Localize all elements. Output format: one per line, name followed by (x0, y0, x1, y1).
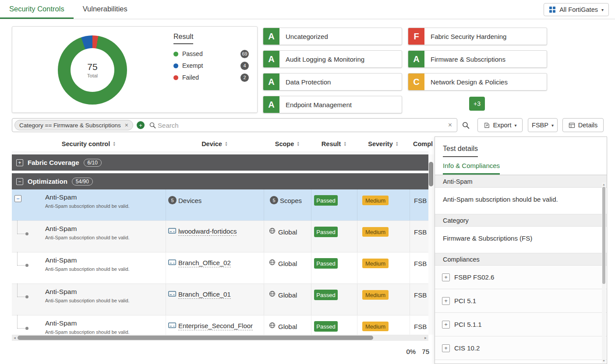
column-header-security-control[interactable]: Security control ▲▼ (12, 136, 166, 152)
sort-icon[interactable]: ▲▼ (113, 141, 116, 147)
grade-badge: C (408, 74, 424, 90)
column-header-scope[interactable]: Scope ▲▼ (264, 136, 311, 152)
table-row-device[interactable]: Anti-Spam Anti-Spam subscription should … (12, 221, 428, 252)
table-row-device[interactable]: Anti-Spam Anti-Spam subscription should … (12, 315, 428, 335)
column-header-device[interactable]: Device ▲▼ (166, 136, 264, 152)
group-row-optimization[interactable]: − Optimization 54/90 (12, 173, 428, 189)
category-card-uncategorized[interactable]: A Uncategorized (263, 28, 402, 45)
table-body: − Anti-Spam Anti-Spam subscription shoul… (12, 189, 428, 335)
compliance-row-cis-10-2[interactable]: + CIS 10.2 (435, 336, 607, 360)
compliance-cell: FSB (414, 197, 427, 204)
tab-label: Vulnerabilities (83, 5, 127, 13)
sort-icon[interactable]: ▲▼ (396, 141, 399, 147)
tree-bullet (25, 295, 28, 298)
tree-connector (17, 284, 27, 297)
search-input[interactable] (158, 122, 448, 129)
sort-icon[interactable]: ▲▼ (225, 141, 228, 147)
compliance-row-fsbp[interactable]: + FSBP FS02.6 (435, 266, 607, 289)
legend-items: Passed 69 Exempt 4 Failed 2 (173, 49, 249, 82)
count-badge: 4 (240, 62, 249, 70)
filter-chip-label: Category == Firmware & Subscriptions (19, 122, 121, 129)
device-selector-label: All FortiGates (559, 6, 598, 13)
device-count-badge: 5 (168, 196, 177, 204)
scroll-left-icon[interactable]: ◂ (12, 335, 18, 341)
compliance-preset-dropdown[interactable]: FSBP ▾ (528, 118, 558, 132)
sort-icon[interactable]: ▲▼ (297, 141, 300, 147)
test-details-panel: Test details Info & Compliances Anti-Spa… (435, 136, 607, 364)
fortigate-fabric-icon (549, 6, 556, 13)
tab-info-compliances[interactable]: Info & Compliances (443, 162, 500, 175)
device-link[interactable]: Branch_Office_01 (178, 290, 231, 299)
result-legend: Result Passed 69 Exempt 4 Failed 2 (173, 33, 249, 82)
horizontal-scrollbar-thumb[interactable] (18, 336, 373, 340)
category-card-firmware-subscriptions[interactable]: A Firmware & Subscriptions (408, 50, 547, 68)
expand-icon[interactable]: + (16, 159, 23, 166)
tree-connector (17, 220, 27, 234)
count-badge: 69 (240, 50, 249, 58)
column-header-result[interactable]: Result ▲▼ (311, 136, 357, 152)
result-badge: Passed (314, 290, 338, 300)
fortigate-device-icon (168, 291, 176, 297)
chevron-down-icon: ▾ (551, 123, 554, 128)
tab-vulnerabilities[interactable]: Vulnerabilities (74, 0, 137, 19)
table-footer-progress: 0% 75 (385, 348, 429, 355)
category-card-endpoint-management[interactable]: A Endpoint Management (263, 96, 402, 113)
collapse-icon[interactable]: − (16, 178, 23, 185)
device-link[interactable]: lwoodward-fortidocs (178, 228, 237, 236)
expand-icon[interactable]: + (442, 297, 450, 305)
scroll-up-icon[interactable]: ▲ (602, 183, 606, 186)
export-button[interactable]: Export ▾ (477, 118, 523, 132)
sort-icon[interactable]: ▲▼ (343, 141, 346, 147)
all-fortigates-selector[interactable]: All FortiGates ▾ (544, 3, 609, 16)
category-card-network-design[interactable]: C Network Design & Policies (408, 73, 547, 91)
row-checkbox[interactable]: − (14, 195, 21, 202)
compliance-row-pci-5-1[interactable]: + PCI 5.1 (435, 289, 607, 313)
details-grid-icon (569, 122, 575, 129)
legend-item-exempt[interactable]: Exempt 4 (173, 61, 249, 70)
filter-chip[interactable]: Category == Firmware & Subscriptions × (14, 120, 133, 130)
remove-filter-icon[interactable]: × (125, 122, 128, 129)
vertical-scrollbar[interactable] (428, 154, 434, 335)
device-link[interactable]: Enterprise_Second_Floor (178, 322, 253, 330)
column-header-severity[interactable]: Severity ▲▼ (357, 136, 410, 152)
compliance-cell: FSB (414, 260, 427, 267)
more-categories-button[interactable]: +3 (469, 97, 485, 111)
expand-icon[interactable]: + (442, 273, 450, 281)
column-header-compliance[interactable]: Compl ▲▼ (410, 136, 435, 152)
progress-percent: 0% (406, 348, 416, 355)
table-row-antispam-summary[interactable]: − Anti-Spam Anti-Spam subscription shoul… (12, 189, 428, 221)
category-card-audit-logging[interactable]: A Audit Logging & Monitoring (263, 50, 402, 68)
panel-scrollbar-thumb[interactable] (602, 187, 605, 284)
search-filter-bar[interactable]: Category == Firmware & Subscriptions × +… (12, 118, 457, 132)
tab-security-controls[interactable]: Security Controls (0, 0, 74, 19)
table-row-device[interactable]: Anti-Spam Anti-Spam subscription should … (12, 252, 428, 284)
panel-scrollbar[interactable]: ▲ ▼ (602, 182, 606, 363)
scroll-right-icon[interactable]: ▸ (423, 335, 428, 341)
severity-badge: Medium (362, 322, 389, 331)
vertical-scrollbar-thumb[interactable] (429, 162, 433, 186)
device-link[interactable]: Branch_Office_02 (178, 259, 231, 267)
failed-dot-icon (173, 75, 178, 80)
category-card-data-protection[interactable]: A Data Protection (263, 73, 402, 91)
search-button[interactable] (459, 119, 472, 132)
result-badge: Passed (314, 195, 338, 206)
details-toggle-button[interactable]: Details (562, 118, 604, 132)
expand-icon[interactable]: + (442, 321, 450, 329)
section-body-description: Anti-Spam subscription should be valid. (435, 188, 607, 214)
clear-search-icon[interactable]: × (448, 121, 452, 129)
group-row-fabric-coverage[interactable]: + Fabric Coverage 6/10 (12, 154, 428, 171)
legend-item-passed[interactable]: Passed 69 (173, 49, 249, 58)
scroll-down-icon[interactable]: ▼ (602, 359, 606, 362)
compliance-row-pci-5-1-1[interactable]: + PCI 5.1.1 (435, 313, 607, 336)
horizontal-scrollbar[interactable]: ◂ ▸ (12, 335, 428, 341)
result-donut-chart: 75 Total (58, 35, 127, 105)
severity-badge: Medium (362, 259, 389, 268)
expand-icon[interactable]: + (442, 344, 450, 352)
severity-badge: Medium (362, 227, 389, 237)
table-row-device[interactable]: Anti-Spam Anti-Spam subscription should … (12, 284, 428, 315)
legend-item-failed[interactable]: Failed 2 (173, 73, 249, 82)
category-card-fabric-security-hardening[interactable]: F Fabric Security Hardening (408, 28, 547, 45)
chevron-down-icon: ▾ (601, 7, 604, 12)
group-count-badge: 6/10 (84, 159, 102, 167)
add-filter-button[interactable]: + (137, 121, 145, 129)
